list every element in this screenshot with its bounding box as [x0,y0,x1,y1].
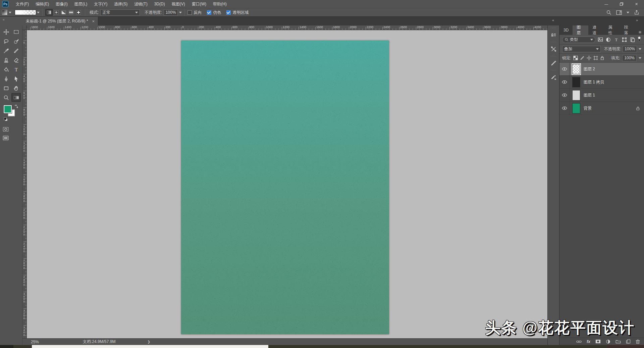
filter-pixel-layers-button[interactable] [597,37,603,43]
dock-drag-handle[interactable] [550,56,556,57]
restore-button[interactable] [614,0,629,8]
tool-brush[interactable] [11,46,21,55]
filtering-toggle[interactable] [637,36,641,43]
filter-type-layers-button[interactable]: T [613,37,620,43]
panel-menu-icon[interactable]: ≡ [636,29,644,35]
opacity-chevron-icon[interactable] [179,12,182,13]
dockstrip-expand[interactable]: « [552,18,553,22]
tool-clone-stamp[interactable] [1,56,11,64]
new-layer-icon[interactable] [626,339,631,344]
lock-pixels-icon[interactable] [580,56,585,60]
foreground-color-swatch[interactable] [4,105,12,113]
zoom-level-field[interactable]: 25% [31,340,51,344]
angle-gradient-button[interactable] [60,9,67,16]
filter-smart-objects-button[interactable] [629,37,636,43]
filter-type-select[interactable]: 类型 [562,37,595,43]
tool-gradient[interactable] [11,93,21,102]
close-button[interactable]: ✕ [629,0,644,8]
adjustment-layer-icon[interactable] [606,339,610,344]
ruler-origin-corner[interactable] [22,25,27,30]
tab-properties[interactable]: 属性 [604,25,620,35]
dock-drag-handle[interactable] [550,70,556,71]
tool-preset-chevron-icon[interactable] [9,12,11,13]
tab-close-icon[interactable]: × [92,19,95,24]
tool-eyedropper[interactable] [1,46,11,55]
menu-item[interactable]: 3D(D) [151,0,168,8]
tool-type[interactable]: T [11,65,21,74]
menu-item[interactable]: 图像(I) [52,0,71,8]
tool-path-select[interactable] [11,74,21,83]
tool-lasso[interactable] [1,37,11,46]
add-mask-icon[interactable] [595,339,601,344]
default-colors-icon[interactable] [4,117,8,121]
layer-thumbnail[interactable] [572,64,580,74]
lock-artboard-icon[interactable] [593,56,598,60]
dock-drag-handle[interactable] [550,42,556,43]
tool-move[interactable] [1,27,11,36]
layer-thumbnail[interactable] [572,103,580,114]
opacity-input[interactable]: 100% [164,9,178,16]
layer-row[interactable]: 图层 1 [559,89,644,102]
document-tab[interactable]: 未标题-1 @ 25% (图层 2, RGB/8) * × [22,17,98,25]
menu-item[interactable]: 图层(L) [71,0,91,8]
lock-all-icon[interactable] [600,56,604,60]
lock-transparency-icon[interactable] [573,56,578,60]
new-group-icon[interactable] [615,339,621,344]
menu-item[interactable]: 滤镜(T) [131,0,151,8]
brush-presets-panel-button[interactable] [549,72,558,82]
fill-input[interactable]: 100% [622,55,637,61]
clone-source-panel-button[interactable] [549,30,558,40]
tool-quick-select[interactable] [11,37,21,46]
layer-opacity-input[interactable]: 100% [623,46,637,52]
reflected-gradient-button[interactable] [67,9,75,16]
fill-chevron-icon[interactable] [639,57,641,59]
layer-row[interactable]: 背景 [559,102,644,115]
tool-preset-swatch[interactable] [2,10,7,15]
lock-position-icon[interactable] [587,56,591,60]
canvas[interactable] [181,41,389,334]
brush-settings-panel-button[interactable] [549,58,558,68]
ruler-vertical[interactable]: 0200400600800100012001400160018002000220… [22,30,27,338]
tab-3d[interactable]: 3D [559,25,573,35]
link-layers-icon[interactable] [576,340,582,344]
tab-paragraph[interactable]: 段落 [620,25,636,35]
layer-thumbnail[interactable] [572,90,580,100]
swap-colors-icon[interactable] [14,105,18,109]
minimize-button[interactable]: — [599,0,614,8]
search-icon[interactable] [606,10,611,15]
workspace-icon[interactable] [616,10,622,15]
layer-blend-mode-select[interactable]: 叠加 [562,46,601,52]
menu-item[interactable]: 编辑(E) [32,0,52,8]
tool-eraser[interactable] [11,56,21,64]
filter-shape-layers-button[interactable] [621,37,628,43]
reverse-checkbox[interactable]: 反向 [187,10,202,15]
blend-mode-select[interactable]: 正常 [100,9,140,16]
dock-drag-handle[interactable] [550,27,556,29]
tool-paint-bucket[interactable] [1,65,11,74]
screen-mode-icon[interactable] [3,135,9,141]
tool-marquee[interactable] [11,27,21,36]
layer-visibility-toggle[interactable] [559,102,570,115]
menu-item[interactable]: 窗口(W) [189,0,210,8]
gradient-editor-preview[interactable] [15,10,36,15]
menu-item[interactable]: 选择(S) [111,0,131,8]
tool-presets-panel-button[interactable] [549,44,558,54]
toolbar-collapse[interactable]: « [0,17,22,25]
gradient-picker-chevron-icon[interactable] [37,12,40,13]
layer-opacity-chevron-icon[interactable] [639,48,641,50]
menu-item[interactable]: 文字(Y) [91,0,111,8]
layer-row[interactable]: 图层 2 [559,63,644,76]
layer-style-icon[interactable]: fx [587,339,590,344]
filter-adjustment-layers-button[interactable] [605,37,611,43]
delete-layer-icon[interactable] [636,339,640,344]
workspace-chevron-icon[interactable] [627,12,629,13]
menu-item[interactable]: 文件(F) [12,0,32,8]
layer-visibility-toggle[interactable] [559,89,570,101]
dither-checkbox[interactable]: 仿色 [207,10,221,15]
layer-thumbnail[interactable] [572,77,580,87]
tool-hand[interactable] [11,84,21,92]
layer-row[interactable]: 图层 1 拷贝 [559,76,644,89]
layer-visibility-toggle[interactable] [559,76,570,88]
layer-visibility-toggle[interactable] [559,63,570,75]
status-options-arrow[interactable]: ❯ [147,340,150,344]
